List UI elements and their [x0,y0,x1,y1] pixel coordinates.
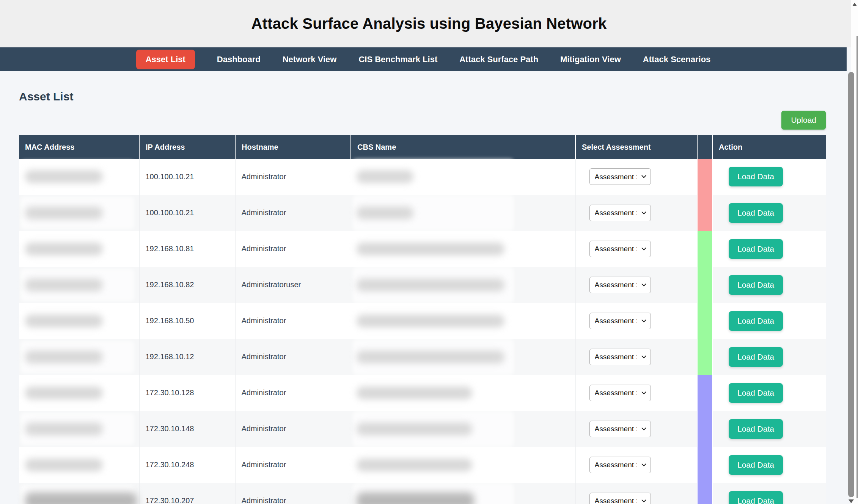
assessment-select[interactable]: Assessment 1 [589,205,651,221]
upload-button[interactable]: Upload [781,111,826,130]
assessment-select-wrap: Assessment 1 [589,421,651,437]
status-color-strip [697,195,712,231]
status-color-strip [697,159,712,195]
redacted-mac-blob [25,315,103,327]
ip-address-cell: 172.30.10.207 [139,483,235,504]
mac-address-cell [19,231,139,267]
action-cell: Load Data [712,303,826,339]
cbs-name-cell [351,159,575,195]
table-row: 192.168.10.50AdministratorAssessment 1Lo… [19,303,826,339]
scrollbar-outer-thumb[interactable] [856,36,858,498]
scrollbar-thumb[interactable] [848,72,854,497]
cbs-name-cell [351,447,575,483]
assessment-cell: Assessment 1 [575,483,697,504]
hostname-cell: Administrator [235,195,351,231]
assessment-cell: Assessment 1 [575,303,697,339]
assessment-select[interactable]: Assessment 1 [589,241,651,257]
scroll-down-icon[interactable] [849,499,854,503]
ip-address-cell: 192.168.10.82 [139,267,235,303]
action-cell: Load Data [712,375,826,411]
load-data-button[interactable]: Load Data [729,275,783,295]
assessment-select-wrap: Assessment 1 [589,168,651,185]
assessment-select-wrap: Assessment 1 [589,313,651,329]
nav-tab-dashboard[interactable]: Dashboard [217,55,261,64]
app-title: Attack Surface Analysis using Bayesian N… [251,15,607,32]
load-data-button[interactable]: Load Data [729,419,783,439]
redaction-haze [20,341,134,373]
redaction-haze [20,197,134,229]
action-cell: Load Data [712,483,826,504]
column-header-cbs-name: CBS Name [351,135,575,159]
redaction-haze [353,339,514,375]
redaction-haze [353,159,514,195]
load-data-button[interactable]: Load Data [729,455,783,475]
load-data-button[interactable]: Load Data [729,239,783,259]
assessment-select[interactable]: Assessment 1 [589,313,651,329]
cbs-name-cell [351,231,575,267]
content-area: Asset List Upload MAC AddressIP AddressH… [0,90,858,504]
status-color-strip [697,267,712,303]
redacted-mac-blob [25,459,103,471]
table-row: 172.30.10.128AdministratorAssessment 1Lo… [19,375,826,411]
table-row: 192.168.10.82AdministratoruserAssessment… [19,267,826,303]
cbs-name-cell [351,303,575,339]
load-data-button[interactable]: Load Data [729,347,783,367]
mac-address-cell [19,375,139,411]
nav-tab-network-view[interactable]: Network View [283,55,337,64]
cbs-name-cell [351,411,575,447]
assessment-select[interactable]: Assessment 1 [589,493,651,504]
action-cell: Load Data [712,195,826,231]
column-header-hostname: Hostname [235,135,351,159]
load-data-button[interactable]: Load Data [729,203,783,223]
nav-tab-attack-surface-path[interactable]: Attack Surface Path [459,55,538,64]
main-nav: Asset ListDashboardNetwork ViewCIS Bench… [0,47,847,71]
cbs-name-cell [351,195,575,231]
table-body: 100.100.10.21AdministratorAssessment 1Lo… [19,159,826,504]
redaction-haze [353,267,514,303]
cbs-name-cell [351,267,575,303]
redacted-cbs-blob [357,279,504,291]
assessment-select[interactable]: Assessment 1 [589,421,651,437]
redaction-haze [353,411,514,447]
redaction-haze [20,485,134,504]
load-data-button[interactable]: Load Data [729,383,783,403]
redacted-mac-blob [25,279,103,291]
ip-address-cell: 192.168.10.50 [139,303,235,339]
assessment-cell: Assessment 1 [575,447,697,483]
redaction-haze [353,483,514,504]
nav-tab-cis-benchmark-list[interactable]: CIS Benchmark List [358,55,437,64]
assessment-select[interactable]: Assessment 1 [589,168,651,185]
assessment-select[interactable]: Assessment 1 [589,277,651,293]
column-header-status [697,135,712,159]
table-header-row: MAC AddressIP AddressHostnameCBS NameSel… [19,135,826,159]
redaction-haze [353,375,514,411]
ip-address-cell: 100.100.10.21 [139,159,235,195]
nav-tab-mitigation-view[interactable]: Mitigation View [560,55,621,64]
redaction-haze [20,269,134,301]
redaction-haze [20,233,134,265]
hostname-cell: Administrator [235,231,351,267]
ip-address-cell: 172.30.10.128 [139,375,235,411]
nav-tab-attack-scenarios[interactable]: Attack Scenarios [643,55,711,64]
redacted-cbs-blob [357,387,472,399]
load-data-button[interactable]: Load Data [729,491,783,504]
status-color-strip [697,303,712,339]
load-data-button[interactable]: Load Data [729,311,783,331]
load-data-button[interactable]: Load Data [729,167,783,186]
action-cell: Load Data [712,267,826,303]
assessment-select[interactable]: Assessment 1 [589,349,651,365]
hostname-cell: Administrator [235,159,351,195]
redaction-haze [20,305,134,337]
assessment-select[interactable]: Assessment 1 [589,457,651,473]
nav-tab-asset-list[interactable]: Asset List [136,50,195,69]
table-row: 172.30.10.148AdministratorAssessment 1Lo… [19,411,826,447]
mac-address-cell [19,159,139,195]
ip-address-cell: 192.168.10.81 [139,231,235,267]
scroll-up-icon[interactable] [852,3,857,6]
assessment-select[interactable]: Assessment 1 [589,385,651,401]
cbs-name-cell [351,483,575,504]
column-header-action: Action [712,135,826,159]
action-cell: Load Data [712,159,826,195]
redaction-haze [20,449,134,481]
assessment-cell: Assessment 1 [575,195,697,231]
